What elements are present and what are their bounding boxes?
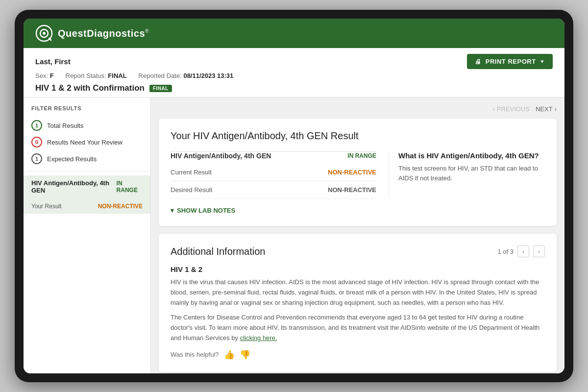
result-header-status: IN RANGE (347, 152, 376, 159)
sidebar-result-your-result-name: Your Result (31, 203, 62, 210)
device-frame: QuestDiagnostics® Last, First 🖨 PRINT RE… (15, 10, 573, 382)
app-header: QuestDiagnostics® (24, 19, 564, 48)
patient-name: Last, First (35, 57, 71, 66)
logo-area: QuestDiagnostics® (35, 24, 149, 42)
previous-button[interactable]: ‹ PREVIOUS (492, 105, 530, 113)
additional-card: Additional Information 1 of 3 ‹ › HIV 1 … (159, 234, 557, 372)
additional-paragraph2: The Centers for Disease Control and Prev… (171, 313, 545, 343)
final-badge: FINAL (149, 85, 172, 92)
printer-icon: 🖨 (475, 58, 482, 65)
nav-row: ‹ PREVIOUS NEXT › (159, 105, 557, 113)
content-area: ‹ PREVIOUS NEXT › Your HIV Antigen/Antib… (151, 98, 564, 373)
sidebar-result-your-result[interactable]: Your Result NON-REACTIVE (24, 198, 150, 214)
screen: QuestDiagnostics® Last, First 🖨 PRINT RE… (24, 19, 564, 373)
result-card: Your HIV Antigen/Antibody, 4th GEN Resul… (159, 119, 557, 226)
next-button[interactable]: NEXT › (536, 105, 557, 113)
review-results-label: Results Need Your Review (47, 139, 122, 146)
total-results-badge: 1 (31, 120, 42, 131)
chevron-right-icon: › (555, 105, 557, 113)
expected-results-label: Expected Results (47, 155, 97, 163)
main-area: FILTER RESULTS 1 Total Results 0 Results… (24, 98, 564, 373)
current-result-label: Current Result (171, 169, 212, 176)
desired-result-row: Desired Result NON-REACTIVE (171, 181, 376, 199)
additional-header: Additional Information 1 of 3 ‹ › (171, 245, 545, 257)
chevron-down-icon: ▼ (540, 59, 545, 64)
clicking-here-link[interactable]: clicking here. (240, 334, 277, 342)
desired-result-value: NON-REACTIVE (328, 186, 376, 194)
sex-field: Sex: F (35, 72, 54, 79)
result-header-name: HIV Antigen/Antibody, 4th GEN (171, 152, 271, 160)
sidebar-result-your-result-status: NON-REACTIVE (98, 203, 143, 210)
desired-result-label: Desired Result (171, 186, 212, 194)
quest-logo-icon (35, 24, 53, 42)
additional-section-title: HIV 1 & 2 (171, 265, 545, 273)
helpful-label: Was this helpful? (171, 351, 219, 358)
patient-bar: Last, First 🖨 PRINT REPORT ▼ Sex: F Repo… (24, 48, 564, 98)
svg-point-2 (43, 32, 46, 35)
total-results-label: Total Results (47, 122, 83, 129)
filter-expected-results[interactable]: 1 Expected Results (24, 150, 150, 167)
filter-title: FILTER RESULTS (24, 105, 150, 117)
review-results-badge: 0 (31, 137, 42, 147)
chevron-down-small-icon: ▾ (171, 207, 174, 214)
chevron-left-icon: ‹ (492, 105, 494, 113)
result-table: HIV Antigen/Antibody, 4th GEN IN RANGE C… (171, 151, 376, 199)
sidebar: FILTER RESULTS 1 Total Results 0 Results… (24, 98, 151, 373)
result-card-title: Your HIV Antigen/Antibody, 4th GEN Resul… (171, 130, 545, 142)
thumbs-up-button[interactable]: 👍 (224, 349, 235, 360)
pagination-prev-button[interactable]: ‹ (517, 245, 529, 257)
sidebar-result-hiv-status: IN RANGE (117, 180, 143, 194)
current-result-value: NON-REACTIVE (328, 169, 376, 176)
show-lab-notes-button[interactable]: ▾ SHOW LAB NOTES (171, 207, 545, 214)
logo-text: QuestDiagnostics® (58, 28, 149, 39)
print-report-button[interactable]: 🖨 PRINT REPORT ▼ (467, 54, 553, 69)
result-table-area: HIV Antigen/Antibody, 4th GEN IN RANGE C… (171, 151, 545, 199)
info-box-text: This test screens for HIV, an STD that c… (398, 164, 545, 183)
helpful-row: Was this helpful? 👍 👎 (171, 349, 545, 360)
additional-paragraph1: HIV is the virus that causes HIV infecti… (171, 277, 545, 308)
sidebar-divider (24, 171, 150, 172)
status-field: Report Status: FINAL (66, 72, 127, 79)
sidebar-result-hiv-name: HIV Antigen/Antibody, 4th GEN (31, 179, 117, 194)
date-field: Reported Date: 08/11/2023 13:31 (139, 72, 234, 79)
filter-review-results[interactable]: 0 Results Need Your Review (24, 134, 150, 150)
sidebar-result-hiv[interactable]: HIV Antigen/Antibody, 4th GEN IN RANGE (24, 175, 150, 198)
expected-results-badge: 1 (31, 153, 42, 164)
pagination-next-button[interactable]: › (533, 245, 545, 257)
filter-total-results[interactable]: 1 Total Results (24, 117, 150, 134)
test-title: HIV 1 & 2 with Confirmation (35, 83, 145, 93)
additional-title: Additional Information (171, 246, 265, 257)
result-header-row: HIV Antigen/Antibody, 4th GEN IN RANGE (171, 152, 376, 164)
pagination: 1 of 3 ‹ › (497, 245, 545, 257)
pagination-text: 1 of 3 (497, 248, 514, 255)
info-box-title: What is HIV Antigen/Antibody, 4th GEN? (398, 151, 545, 160)
thumbs-down-button[interactable]: 👎 (240, 349, 250, 360)
current-result-row: Current Result NON-REACTIVE (171, 164, 376, 181)
info-box: What is HIV Antigen/Antibody, 4th GEN? T… (388, 151, 545, 199)
